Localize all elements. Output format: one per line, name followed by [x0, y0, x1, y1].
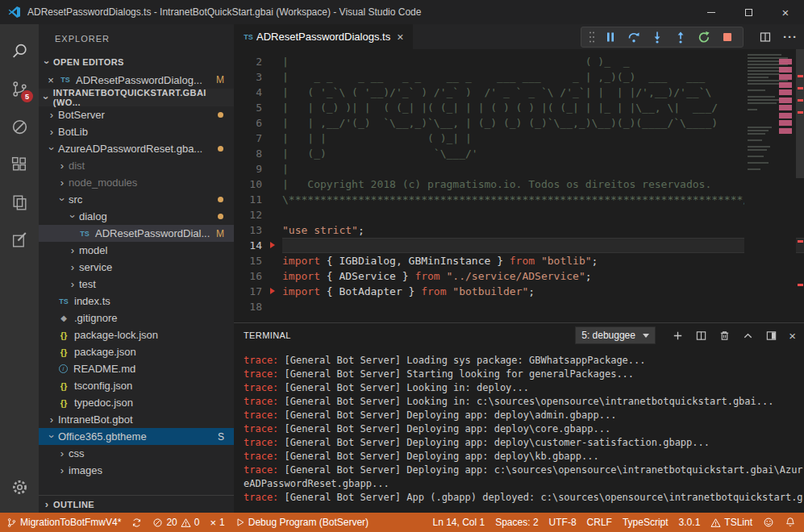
outline-header[interactable]: › OUTLINE — [39, 495, 234, 513]
notifications-bell-icon[interactable] — [785, 517, 796, 528]
pause-button[interactable] — [598, 31, 622, 44]
terminal-selector[interactable]: 5: debuggee — [575, 326, 656, 344]
close-button[interactable]: × — [767, 0, 804, 24]
sync-status[interactable] — [131, 517, 142, 528]
minimize-button[interactable] — [693, 0, 730, 24]
tree-item-dialog[interactable]: ›dialog — [39, 208, 234, 225]
scrollbar-thumb[interactable] — [796, 49, 804, 178]
terminal-tab[interactable]: TERMINAL — [244, 330, 291, 340]
line-number[interactable]: 3 — [234, 69, 262, 85]
debug-status[interactable]: Debug Program (BotServer) — [235, 517, 369, 528]
tree-item-package-json[interactable]: {}package.json — [39, 343, 234, 360]
problems-status[interactable]: 20 0 — [152, 517, 199, 528]
line-number[interactable]: 14 — [234, 238, 262, 253]
terminal-output[interactable]: trace: [General Bot Server] Loading sys … — [234, 347, 804, 513]
cursor-position-status[interactable]: Ln 14, Col 1 — [432, 517, 485, 528]
tree-item-adresetpassworddial[interactable]: TSADResetPasswordDial...M — [39, 225, 234, 242]
split-editor-icon[interactable] — [759, 31, 772, 44]
search-icon[interactable] — [0, 32, 39, 70]
extra-count-status[interactable]: × 1 — [210, 517, 224, 528]
line-number[interactable]: 6 — [234, 115, 262, 131]
close-editor-icon[interactable]: × — [45, 74, 56, 86]
editor-code[interactable]: | ( )_ _ || _ _ _ __ _ _ __ _ ___ ___ _ … — [282, 49, 804, 322]
tree-item-botlib[interactable]: ›BotLib — [39, 123, 234, 140]
line-number[interactable]: 11 — [234, 192, 262, 207]
kill-terminal-icon[interactable] — [719, 330, 731, 342]
tree-item-images[interactable]: ›images — [39, 462, 234, 479]
step-into-button[interactable] — [645, 31, 669, 44]
step-over-button[interactable] — [622, 31, 645, 44]
tree-item-test[interactable]: ›test — [39, 276, 234, 293]
tree-item-typedoc-json[interactable]: {}typedoc.json — [39, 394, 234, 411]
encoding-status[interactable]: UTF-8 — [549, 517, 577, 528]
ruler-mark — [798, 75, 803, 77]
line-number[interactable]: 13 — [234, 222, 262, 238]
maximize-button[interactable] — [730, 0, 767, 24]
edit-icon[interactable] — [0, 222, 39, 260]
split-terminal-icon[interactable] — [695, 330, 707, 342]
line-number[interactable]: 16 — [234, 268, 262, 284]
tab-adresetpassworddialogs[interactable]: TS ADResetPasswordDialogs.ts × — [234, 24, 413, 49]
source-control-icon[interactable]: 5 — [0, 70, 39, 108]
tree-item-intranetbot-gbot[interactable]: ›IntranetBot.gbot — [39, 411, 234, 428]
new-terminal-icon[interactable] — [672, 330, 684, 342]
line-number[interactable]: 5 — [234, 100, 262, 115]
code-line: | | ,__/'(_) `\__,_)`\__, | (_) (_) (_)`… — [282, 115, 804, 131]
json-file-icon: {} — [57, 381, 70, 391]
tree-item-gitignore[interactable]: ◆.gitignore — [39, 310, 234, 326]
tree-item-botserver[interactable]: ›BotServer — [39, 106, 234, 123]
debug-icon[interactable] — [0, 108, 39, 146]
maximize-panel-icon[interactable] — [742, 330, 754, 342]
tree-item-css[interactable]: ›css — [39, 445, 234, 462]
stop-button[interactable] — [715, 31, 739, 44]
tree-item-model[interactable]: ›model — [39, 242, 234, 259]
indentation-status[interactable]: Spaces: 2 — [495, 517, 538, 528]
restart-button[interactable] — [692, 31, 715, 44]
tree-item-src[interactable]: ›src — [39, 191, 234, 208]
line-number[interactable]: 18 — [234, 299, 262, 314]
tree-item-package-lock-json[interactable]: {}package-lock.json — [39, 326, 234, 343]
line-number[interactable]: 8 — [234, 146, 262, 161]
close-panel-icon[interactable]: × — [789, 329, 796, 343]
editor-gutter[interactable]: 23456789101112131415161718 — [234, 49, 282, 322]
tree-item-azureadpasswordreset-gba[interactable]: ›AzureADPasswordReset.gba... — [39, 140, 234, 157]
tree-item-node-modules[interactable]: ›node_modules — [39, 174, 234, 191]
tree-item-tsconfig-json[interactable]: {}tsconfig.json — [39, 377, 234, 394]
feedback-smiley-icon[interactable] — [763, 517, 774, 528]
drag-handle-icon[interactable] — [585, 31, 598, 44]
tree-item-service[interactable]: ›service — [39, 259, 234, 276]
tslint-status[interactable]: TSLint — [710, 517, 752, 528]
line-number[interactable]: 15 — [234, 253, 262, 268]
open-editor-item[interactable]: × TS ADResetPasswordDialog... M — [39, 71, 234, 89]
title-bar: ADResetPasswordDialogs.ts - IntranetBotQ… — [0, 0, 804, 24]
overview-ruler[interactable] — [796, 49, 804, 322]
badge-m: M — [216, 228, 224, 239]
code-editor[interactable]: 23456789101112131415161718 | ( )_ _ || _… — [234, 49, 804, 322]
minimap[interactable] — [744, 49, 796, 322]
tree-item-dist[interactable]: ›dist — [39, 157, 234, 174]
git-branch-status[interactable]: MigrationToBotFmwV4* — [6, 517, 121, 528]
ts-version-status[interactable]: 3.0.1 — [679, 517, 701, 528]
language-status[interactable]: TypeScript — [623, 517, 669, 528]
line-number[interactable]: 12 — [234, 207, 262, 222]
line-number[interactable]: 9 — [234, 161, 262, 177]
chevron-down-icon: › — [40, 93, 52, 102]
step-out-button[interactable] — [669, 31, 692, 44]
close-tab-icon[interactable]: × — [395, 31, 405, 44]
workspace-header[interactable]: › INTRANETBOTQUICKSTART.GBAI (WO... — [39, 89, 234, 106]
line-number[interactable]: 2 — [234, 54, 262, 69]
line-number[interactable]: 10 — [234, 177, 262, 192]
settings-gear-icon[interactable] — [0, 468, 39, 506]
tree-item-office365-gbtheme[interactable]: ›Office365.gbthemeS — [39, 428, 234, 445]
eol-status[interactable]: CRLF — [587, 517, 612, 528]
open-editors-header[interactable]: › OPEN EDITORS — [39, 53, 234, 71]
tree-item-index-ts[interactable]: TSindex.ts — [39, 293, 234, 310]
extensions-icon[interactable] — [0, 146, 39, 184]
more-actions-icon[interactable]: ··· — [783, 30, 798, 44]
panel-position-icon[interactable] — [765, 330, 777, 342]
line-number[interactable]: 4 — [234, 85, 262, 100]
tree-item-readme-md[interactable]: iREADME.md — [39, 360, 234, 377]
line-number[interactable]: 17 — [234, 284, 262, 299]
files-icon[interactable] — [0, 184, 39, 222]
line-number[interactable]: 7 — [234, 131, 262, 146]
